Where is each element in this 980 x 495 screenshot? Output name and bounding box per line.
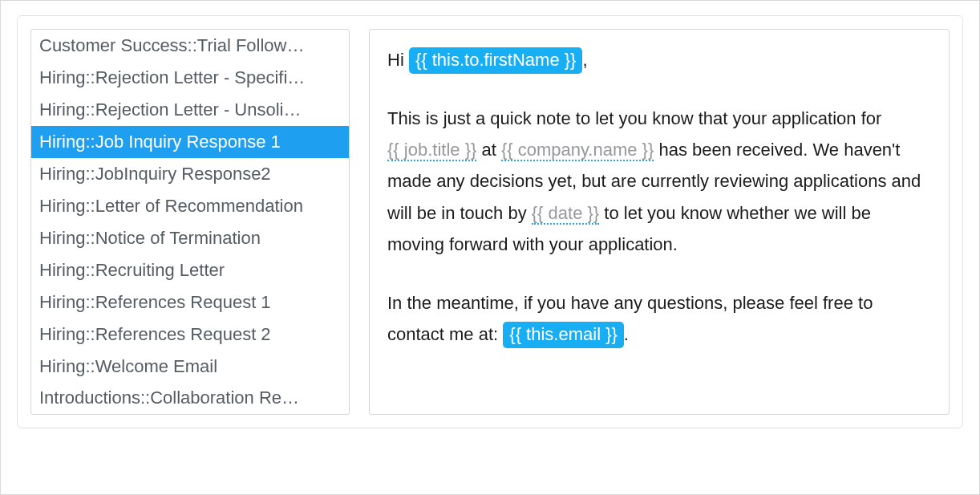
paragraph-2: In the meantime, if you have any questio… <box>387 287 931 350</box>
template-item[interactable]: Hiring::JobInquiry Response2 <box>31 158 349 190</box>
text: , <box>582 50 587 70</box>
spacer <box>387 260 931 287</box>
template-item[interactable]: Hiring::Notice of Termination <box>31 222 349 254</box>
text: at <box>476 140 501 160</box>
merge-tag-job-title[interactable]: {{ job.title }} <box>387 141 476 161</box>
merge-tag-date[interactable]: {{ date }} <box>532 205 599 225</box>
template-item[interactable]: Hiring::Rejection Letter - Specifi… <box>31 62 349 94</box>
text: In the meantime, if you have any questio… <box>387 293 873 344</box>
template-item[interactable]: Hiring::References Request 2 <box>31 319 349 351</box>
merge-tag-first-name[interactable]: {{ this.to.firstName }} <box>409 47 583 74</box>
spacer <box>387 75 931 103</box>
template-item[interactable]: Hiring::Recruiting Letter <box>31 254 349 286</box>
template-item-selected[interactable]: Hiring::Job Inquiry Response 1 <box>31 126 349 158</box>
template-item[interactable]: Customer Success::Trial Follow… <box>31 30 349 62</box>
text: This is just a quick note to let you kno… <box>387 108 881 128</box>
text: . <box>624 324 629 344</box>
merge-tag-company-name[interactable]: {{ company.name }} <box>501 141 654 161</box>
template-item[interactable]: Hiring::References Request 1 <box>31 286 349 319</box>
paragraph-1: This is just a quick note to let you kno… <box>387 103 931 260</box>
template-item[interactable]: Hiring::Welcome Email <box>31 351 349 383</box>
merge-tag-email[interactable]: {{ this.email }} <box>503 322 624 348</box>
template-body-editor[interactable]: Hi {{ this.to.firstName }}, This is just… <box>369 29 950 415</box>
template-list: Customer Success::Trial Follow… Hiring::… <box>30 29 350 415</box>
app-panel: Customer Success::Trial Follow… Hiring::… <box>17 15 963 428</box>
text: Hi <box>387 50 409 70</box>
template-item[interactable]: Hiring::Rejection Letter - Unsoli… <box>31 94 349 126</box>
template-item[interactable]: Introductions::Collaboration Re… <box>31 382 349 414</box>
template-item[interactable]: Hiring::Letter of Recommendation <box>31 190 349 222</box>
app-window: Customer Success::Trial Follow… Hiring::… <box>0 0 980 495</box>
greeting-line: Hi {{ this.to.firstName }}, <box>387 44 931 75</box>
